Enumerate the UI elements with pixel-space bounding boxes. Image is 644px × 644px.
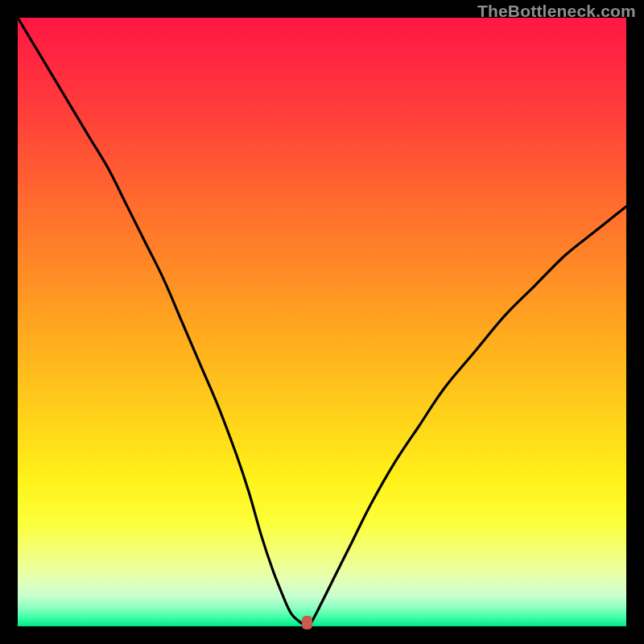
plot-area	[18, 18, 626, 626]
chart-frame: TheBottleneck.com	[0, 0, 644, 644]
bottleneck-curve	[18, 18, 626, 626]
watermark-text: TheBottleneck.com	[477, 2, 636, 21]
optimal-point-marker	[302, 616, 312, 630]
